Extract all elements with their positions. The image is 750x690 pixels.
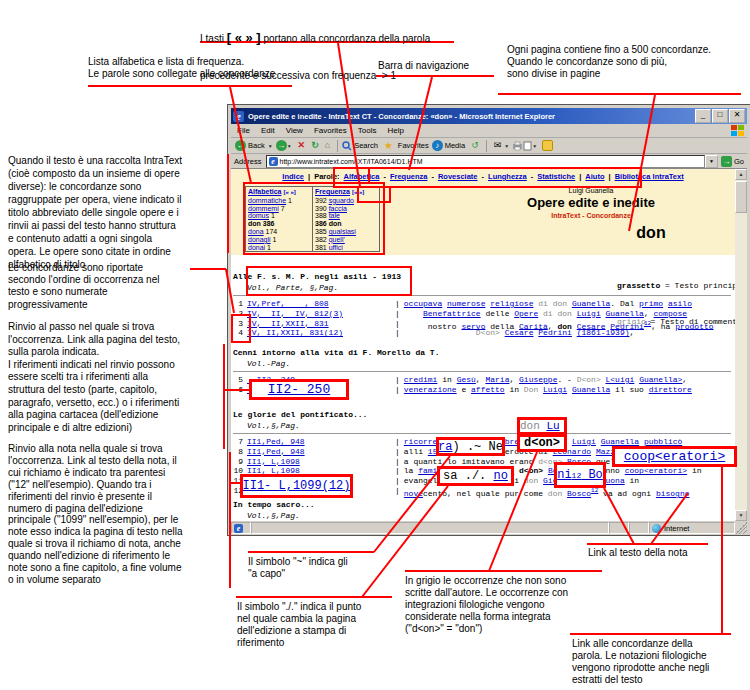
- main-text: va ad ogni: [598, 489, 656, 498]
- go-button[interactable]: → Go: [721, 156, 744, 167]
- passage-ref-link[interactable]: IV, II,XXII, 831: [247, 319, 395, 329]
- word-concordance-link[interactable]: coop<eratori>: [624, 449, 725, 464]
- favorites-icon[interactable]: ★: [384, 140, 393, 151]
- word-link[interactable]: venerazione: [404, 385, 457, 394]
- history-icon[interactable]: ↺: [471, 140, 479, 151]
- resize-grip[interactable]: [735, 522, 747, 534]
- go-arrow-icon: →: [721, 156, 732, 167]
- word-link[interactable]: Opere: [514, 309, 538, 318]
- forward-dropdown-icon[interactable]: ▼: [287, 143, 292, 149]
- word-link[interactable]: direttore: [649, 385, 692, 394]
- word-link[interactable]: L<uigi: [606, 375, 635, 384]
- word-link[interactable]: Giuseppe: [519, 375, 557, 384]
- word-link[interactable]: Guanella>: [639, 375, 682, 384]
- menu-favorites[interactable]: Favorites: [314, 126, 347, 135]
- main-text: in: [625, 476, 639, 485]
- back-label[interactable]: Back: [248, 141, 265, 150]
- word-link[interactable]: Guanella: [572, 385, 610, 394]
- note-ref-link[interactable]: II1- L,1099(12): [242, 479, 350, 493]
- refresh-icon[interactable]: ↻: [311, 140, 319, 151]
- main-text: delle: [481, 309, 515, 318]
- back-dropdown-icon[interactable]: ▼: [268, 143, 273, 149]
- passage-ref-link[interactable]: IV, II, IV, 812(3): [247, 309, 395, 319]
- word-link[interactable]: affetto: [471, 385, 505, 394]
- media-icon[interactable]: ♪: [432, 140, 443, 151]
- search-label[interactable]: Search: [354, 141, 378, 150]
- word-link[interactable]: Luigi: [572, 437, 596, 446]
- word-link[interactable]: ra: [438, 440, 452, 454]
- word-link[interactable]: credimi: [404, 375, 438, 384]
- print-icon[interactable]: [512, 141, 523, 151]
- menu-help[interactable]: Help: [387, 126, 403, 135]
- word-link[interactable]: ni: [557, 468, 571, 482]
- word-link[interactable]: Lu: [546, 420, 559, 432]
- word-link[interactable]: no: [494, 469, 508, 483]
- word-link[interactable]: bisogno: [656, 489, 690, 498]
- word-link[interactable]: religiose: [490, 299, 533, 308]
- maximize-button[interactable]: □: [712, 109, 728, 123]
- passage-ref-link[interactable]: II2- 250: [268, 382, 330, 397]
- word-link[interactable]: primo: [639, 299, 663, 308]
- edit-page-icon[interactable]: [523, 141, 532, 151]
- menu-file[interactable]: File: [237, 126, 250, 135]
- section-divider: [233, 371, 731, 372]
- scroll-down-icon[interactable]: ▼: [735, 510, 747, 521]
- home-icon[interactable]: ⌂: [325, 140, 330, 151]
- search-icon[interactable]: [342, 141, 352, 151]
- forward-icon[interactable]: →: [276, 140, 287, 151]
- word-link[interactable]: Guanella: [572, 299, 610, 308]
- scroll-thumb[interactable]: [735, 181, 747, 213]
- highlight-prev-next-keys: [357, 186, 391, 203]
- stop-icon[interactable]: ✕: [298, 140, 306, 151]
- main-text: a quanti lo imitavano erano: [404, 457, 538, 466]
- passage-ref-link[interactable]: IV, II,XXII, 831(12): [247, 328, 395, 338]
- word-link[interactable]: Cesare: [505, 328, 534, 337]
- menu-view[interactable]: View: [286, 126, 303, 135]
- word-link[interactable]: pubblicò: [644, 437, 682, 446]
- word-link[interactable]: Gesù: [457, 375, 476, 384]
- mail-icon[interactable]: ✉: [494, 140, 502, 151]
- menu-edit[interactable]: Edit: [261, 126, 275, 135]
- back-icon[interactable]: ←: [235, 140, 246, 151]
- menu-bar-items: FileEditViewFavoritesToolsHelp: [237, 126, 415, 135]
- word-link[interactable]: Luigi: [543, 385, 567, 394]
- more-dropdown-icon[interactable]: ▼: [532, 143, 537, 149]
- menu-tools[interactable]: Tools: [358, 126, 377, 135]
- close-button[interactable]: ✕: [729, 109, 745, 123]
- word-link[interactable]: Bosco: [567, 489, 591, 498]
- word-link[interactable]: Maria: [485, 375, 509, 384]
- word-link[interactable]: compose: [654, 309, 688, 318]
- word-link[interactable]: asilo: [668, 299, 692, 308]
- word-link[interactable]: coop<eratori>: [625, 466, 687, 475]
- window-title: Opere edite e inedite - IntraText CT - C…: [248, 112, 694, 121]
- address-input[interactable]: e http://www.intratext.com/IXT/ITA0614/D…: [266, 155, 705, 168]
- vertical-scrollbar[interactable]: ▲ ▼: [735, 169, 747, 521]
- passage-ref-link[interactable]: II1, L,1098: [247, 457, 395, 467]
- word-link[interactable]: prodotto: [675, 321, 713, 330]
- note-number-link[interactable]: 12: [572, 471, 582, 480]
- word-link[interactable]: Guanella: [606, 309, 644, 318]
- messenger-icon[interactable]: [542, 140, 553, 151]
- word-link[interactable]: numerose: [447, 299, 485, 308]
- passage-ref-link[interactable]: IV,Pref, , 808: [247, 299, 395, 309]
- scroll-up-icon[interactable]: ▲: [735, 169, 747, 180]
- address-dropdown-icon[interactable]: ▼: [705, 155, 718, 168]
- mail-dropdown-icon[interactable]: ▼: [504, 143, 509, 149]
- passage-ref-link[interactable]: II1,Ped, 948: [247, 447, 395, 457]
- kwic-text: Benefattrice delle Opere di don Luigi Gu…: [404, 309, 687, 319]
- word-link[interactable]: Pedrini: [538, 328, 572, 337]
- word-link[interactable]: Benefattrice: [423, 309, 481, 318]
- passage-ref-link[interactable]: II1,Ped, 948: [247, 437, 395, 447]
- word-link[interactable]: (1861-1939): [577, 328, 630, 337]
- word-link[interactable]: occupava: [404, 299, 442, 308]
- row-separator: |: [395, 375, 400, 385]
- concordance-row: 2IV, II, IV, 812(3)| Benefattrice delle …: [233, 309, 735, 319]
- word-link[interactable]: nove: [404, 489, 423, 498]
- minimize-button[interactable]: _: [695, 109, 711, 123]
- word-link[interactable]: Guanella: [601, 437, 639, 446]
- main-text: in: [437, 375, 456, 384]
- word-link[interactable]: Luigi: [577, 309, 601, 318]
- word-link[interactable]: Bo: [581, 468, 603, 482]
- favorites-label[interactable]: Favorites: [398, 141, 429, 150]
- media-label[interactable]: Media: [445, 141, 465, 150]
